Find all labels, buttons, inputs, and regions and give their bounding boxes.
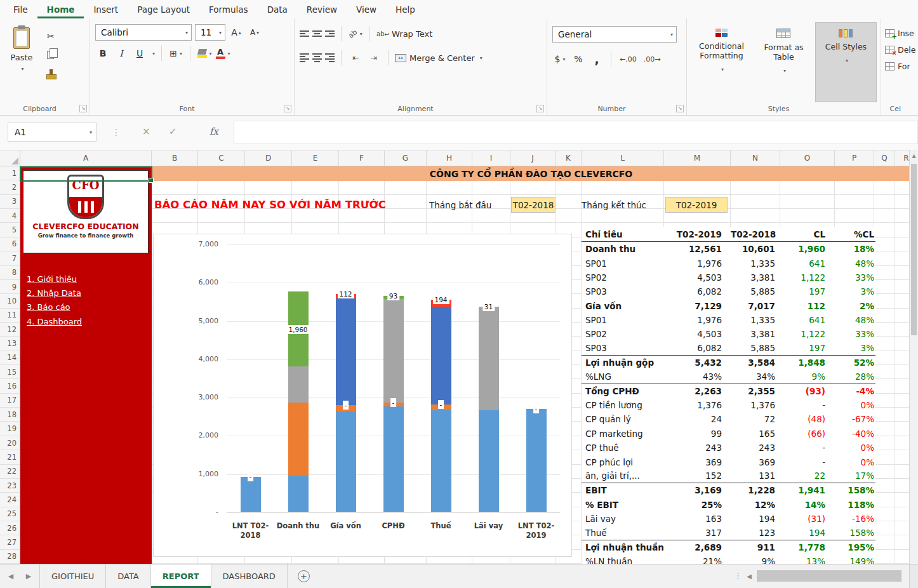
- table-cell[interactable]: 163: [664, 514, 731, 524]
- table-cell[interactable]: 641: [780, 258, 835, 269]
- add-sheet-button[interactable]: +: [298, 570, 310, 582]
- decrease-decimal-button[interactable]: .00→: [642, 55, 663, 63]
- table-cell[interactable]: SP02: [582, 272, 664, 283]
- percent-style-button[interactable]: %: [571, 51, 586, 67]
- horizontal-scrollbar-thumb[interactable]: [757, 570, 901, 582]
- table-cell[interactable]: -40%: [835, 429, 875, 439]
- vertical-scrollbar-thumb[interactable]: [911, 164, 917, 335]
- table-cell[interactable]: SP01: [582, 258, 664, 269]
- row-header-21[interactable]: 21: [0, 450, 20, 464]
- table-cell[interactable]: 1,228: [731, 485, 780, 495]
- table-cell[interactable]: 33%: [835, 272, 875, 283]
- enter-button[interactable]: ✓: [169, 126, 177, 137]
- table-cell[interactable]: SP03: [582, 286, 664, 297]
- table-cell[interactable]: 17%: [835, 471, 875, 481]
- row-header-27[interactable]: 27: [0, 535, 20, 549]
- row-header-10[interactable]: 10: [0, 294, 20, 308]
- increase-decimal-button[interactable]: ←.00: [618, 55, 639, 63]
- row-header-13[interactable]: 13: [0, 337, 20, 351]
- table-cell[interactable]: 14%: [780, 500, 835, 510]
- table-cell[interactable]: 1,960: [780, 244, 835, 254]
- insert-cells-button[interactable]: +Inse: [885, 29, 915, 38]
- table-cell[interactable]: 123: [731, 528, 780, 538]
- column-header-F[interactable]: F: [339, 150, 385, 166]
- column-header-K[interactable]: K: [555, 150, 582, 166]
- table-cell[interactable]: 2,263: [664, 386, 731, 396]
- column-header-C[interactable]: C: [198, 150, 245, 166]
- table-cell[interactable]: 1,376: [664, 400, 731, 410]
- vertical-scrollbar[interactable]: ▲: [909, 150, 918, 564]
- table-cell[interactable]: SP02: [582, 329, 664, 339]
- column-header-J[interactable]: J: [510, 150, 555, 166]
- chevron-down-icon[interactable]: ▾: [152, 51, 155, 57]
- table-cell[interactable]: 1,778: [780, 542, 835, 552]
- row-header-19[interactable]: 19: [0, 422, 20, 436]
- table-cell[interactable]: 48%: [835, 258, 875, 269]
- sidebar-link-bao-cao[interactable]: 3. Báo cáo: [27, 300, 149, 314]
- table-cell[interactable]: 149%: [835, 556, 875, 564]
- dialog-launcher-icon[interactable]: ↘: [79, 105, 87, 112]
- row-header-22[interactable]: 22: [0, 465, 20, 479]
- table-cell[interactable]: (48): [780, 414, 835, 424]
- table-cell[interactable]: 0%: [835, 400, 875, 410]
- scroll-up-arrow[interactable]: ▲: [910, 150, 918, 161]
- font-color-button[interactable]: A▾: [215, 46, 230, 61]
- table-cell[interactable]: 12,561: [664, 244, 731, 254]
- menu-tab-insert[interactable]: Insert: [84, 1, 128, 18]
- column-header-G[interactable]: G: [385, 150, 427, 166]
- table-cell[interactable]: 194: [731, 514, 780, 524]
- increase-font-button[interactable]: A▴: [229, 25, 244, 40]
- table-cell[interactable]: 6,082: [664, 286, 731, 297]
- font-name-select[interactable]: Calibri▾: [95, 24, 192, 41]
- sheet-tab-data[interactable]: DATA: [106, 565, 151, 588]
- row-header-11[interactable]: 11: [0, 309, 20, 323]
- table-cell[interactable]: Gía vốn: [582, 301, 664, 311]
- sidebar-link-gioi-thieu[interactable]: 1. Giới thiệu: [27, 272, 149, 286]
- column-header-D[interactable]: D: [245, 150, 292, 166]
- end-month-cell[interactable]: T02-2019: [665, 197, 728, 213]
- table-cell[interactable]: 195%: [835, 542, 875, 552]
- table-cell[interactable]: 197: [780, 286, 835, 297]
- table-cell[interactable]: CP marketing: [582, 429, 664, 439]
- table-cell[interactable]: 0%: [835, 457, 875, 467]
- start-month-cell[interactable]: T02-2018: [511, 197, 555, 213]
- sheet-tab-gioithieu[interactable]: GIOITHIEU: [39, 565, 106, 588]
- table-cell[interactable]: 1,976: [664, 315, 731, 325]
- row-header-12[interactable]: 12: [0, 323, 20, 337]
- table-cell[interactable]: 3,584: [731, 357, 780, 368]
- table-cell[interactable]: (31): [780, 514, 835, 524]
- sheet-tab-dashboard[interactable]: DASHBOARD: [211, 565, 288, 588]
- column-header-I[interactable]: I: [472, 150, 510, 166]
- table-cell[interactable]: 4,503: [664, 272, 731, 283]
- table-cell[interactable]: 24: [664, 414, 731, 424]
- row-header-6[interactable]: 6: [0, 237, 20, 251]
- hscroll-left-arrow[interactable]: ◀: [743, 565, 755, 588]
- table-cell[interactable]: SP03: [582, 343, 664, 353]
- table-cell[interactable]: 0%: [835, 443, 875, 453]
- table-cell[interactable]: 1,976: [664, 258, 731, 269]
- table-cell[interactable]: 197: [780, 343, 835, 353]
- table-cell[interactable]: CP phúc lợi: [582, 457, 664, 467]
- cell-styles-button[interactable]: Cell Styles ▾: [815, 22, 877, 102]
- report-title-cell[interactable]: BÁO CÁO NĂM NAY SO VỚI NĂM TRƯỚC: [154, 197, 386, 212]
- table-cell[interactable]: 5,885: [731, 343, 780, 353]
- row-header-25[interactable]: 25: [0, 507, 20, 521]
- column-header-A[interactable]: A: [20, 150, 152, 166]
- table-cell[interactable]: 317: [664, 528, 731, 538]
- column-header-M[interactable]: M: [664, 150, 731, 166]
- format-as-table-button[interactable]: Format as Table ▾: [753, 22, 815, 102]
- table-cell[interactable]: 3,381: [731, 329, 780, 339]
- table-cell[interactable]: 28%: [835, 371, 875, 382]
- table-cell[interactable]: 22: [780, 471, 835, 481]
- table-cell[interactable]: 48%: [835, 315, 875, 325]
- table-cell[interactable]: 1,941: [780, 485, 835, 495]
- italic-button[interactable]: I: [114, 46, 129, 61]
- table-cell[interactable]: 243: [731, 443, 780, 453]
- column-header-L[interactable]: L: [582, 150, 664, 166]
- menu-tab-data[interactable]: Data: [258, 1, 297, 18]
- company-banner-cell[interactable]: CÔNG TY CỔ PHẦN ĐÀO TẠO CLEVERCFO: [152, 166, 910, 181]
- decrease-font-button[interactable]: A▾: [247, 25, 262, 40]
- menu-tab-file[interactable]: File: [4, 1, 37, 18]
- table-cell[interactable]: 52%: [835, 357, 875, 368]
- name-box[interactable]: A1▾: [8, 123, 96, 142]
